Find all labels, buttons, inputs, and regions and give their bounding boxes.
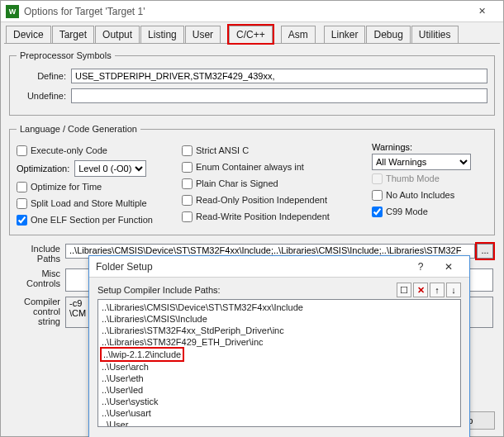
list-item[interactable]: ..\Libraries\STM32F429_ETH_Driver\inc — [102, 336, 457, 348]
list-item[interactable]: ..\Libraries\CMSIS\Device\ST\STM32F4xx\I… — [102, 302, 457, 313]
label-include-paths: Include Paths — [11, 244, 60, 264]
tab-utilities[interactable]: Utilities — [411, 26, 459, 43]
chk-strict-ansi[interactable]: Strict ANSI C — [182, 142, 364, 159]
tab-device[interactable]: Device — [6, 26, 51, 43]
titlebar: W Options for Target 'Target 1' ✕ — [1, 1, 503, 22]
folder-setup-title: Folder Setup — [96, 261, 153, 273]
tab-user[interactable]: User — [185, 26, 221, 43]
input-define[interactable] — [71, 69, 487, 83]
chk-c99[interactable]: C99 Mode — [372, 203, 479, 220]
chk-opt-time[interactable]: Optimize for Time — [17, 178, 174, 195]
label-define: Define: — [17, 71, 66, 81]
tool-movedown-icon[interactable]: ↓ — [446, 283, 461, 297]
input-undefine[interactable] — [71, 88, 487, 103]
chk-split-load[interactable]: Split Load and Store Multiple — [17, 195, 174, 211]
folder-setup-dialog: Folder Setup ? ✕ Setup Compiler Include … — [88, 255, 470, 437]
tab-bar: Device Target Output Listing User C/C++ … — [1, 22, 503, 43]
list-item[interactable]: ..\Libraries\CMSIS\Include — [102, 313, 457, 325]
chk-thumb: Thumb Mode — [372, 170, 479, 187]
tab-output[interactable]: Output — [95, 26, 140, 43]
select-warnings[interactable]: All Warnings — [372, 154, 471, 170]
tool-moveup-icon[interactable]: ↑ — [430, 283, 445, 297]
legend-preprocessor: Preprocessor Symbols — [17, 50, 115, 60]
label-setup-paths: Setup Compiler Include Paths: — [97, 285, 221, 295]
group-preprocessor: Preprocessor Symbols Define: Undefine: — [9, 50, 495, 116]
tab-linker[interactable]: Linker — [324, 26, 366, 43]
tab-spacer — [273, 26, 280, 43]
tab-spacer — [316, 26, 323, 43]
list-item[interactable]: ..\User\usart — [102, 407, 457, 419]
list-item[interactable]: ..\User\led — [102, 384, 457, 396]
include-paths-listbox[interactable]: ..\Libraries\CMSIS\Device\ST\STM32F4xx\I… — [97, 299, 461, 427]
tab-ccpp[interactable]: C/C++ — [229, 26, 273, 43]
list-item[interactable]: ..\Libraries\STM32F4xx_StdPeriph_Driver\… — [102, 325, 457, 336]
folder-setup-help-button[interactable]: ? — [407, 258, 435, 276]
close-button[interactable]: ✕ — [465, 2, 498, 21]
tool-new-icon[interactable]: ☐ — [397, 283, 411, 297]
window-title: Options for Target 'Target 1' — [24, 6, 145, 17]
chk-plain-char[interactable]: Plain Char is Signed — [182, 175, 364, 192]
label-optimization: Optimization: — [17, 164, 69, 173]
tool-delete-icon[interactable]: ✕ — [413, 283, 428, 297]
list-item[interactable]: ..\User\arch — [102, 361, 457, 373]
group-language: Language / Code Generation Execute-only … — [9, 124, 495, 235]
list-item[interactable]: ..\User — [102, 419, 457, 427]
tab-target[interactable]: Target — [52, 26, 94, 43]
options-dialog: W Options for Target 'Target 1' ✕ Device… — [0, 0, 504, 437]
label-undefine: Undefine: — [17, 91, 66, 101]
chk-rwpi[interactable]: Read-Write Position Independent — [182, 208, 364, 225]
list-item[interactable]: ..\User\systick — [102, 396, 457, 407]
tab-spacer — [221, 26, 228, 43]
app-icon: W — [6, 5, 19, 18]
tab-debug[interactable]: Debug — [366, 26, 410, 43]
tab-asm[interactable]: Asm — [281, 26, 316, 43]
browse-include-button[interactable]: ... — [477, 244, 493, 259]
tab-listing[interactable]: Listing — [140, 26, 184, 43]
chk-enum-int[interactable]: Enum Container always int — [182, 159, 364, 175]
list-item-highlighted[interactable]: ..\lwip-2.1.2\include — [102, 349, 183, 360]
list-item[interactable]: ..\User\eth — [102, 373, 457, 384]
chk-one-elf[interactable]: One ELF Section per Function — [17, 211, 174, 228]
chk-ropi[interactable]: Read-Only Position Independent — [182, 192, 364, 208]
label-warnings: Warnings: — [372, 142, 412, 152]
label-misc-controls: Misc Controls — [11, 268, 60, 288]
folder-setup-close-button[interactable]: ✕ — [435, 258, 463, 276]
folder-setup-titlebar: Folder Setup ? ✕ — [89, 256, 469, 278]
chk-exec-only[interactable]: Execute-only Code — [17, 142, 174, 159]
label-compiler-string: Compiler control string — [11, 297, 60, 326]
chk-noauto[interactable]: No Auto Includes — [372, 187, 479, 203]
legend-language: Language / Code Generation — [17, 124, 140, 134]
select-optimization[interactable]: Level 0 (-O0) — [74, 160, 146, 177]
